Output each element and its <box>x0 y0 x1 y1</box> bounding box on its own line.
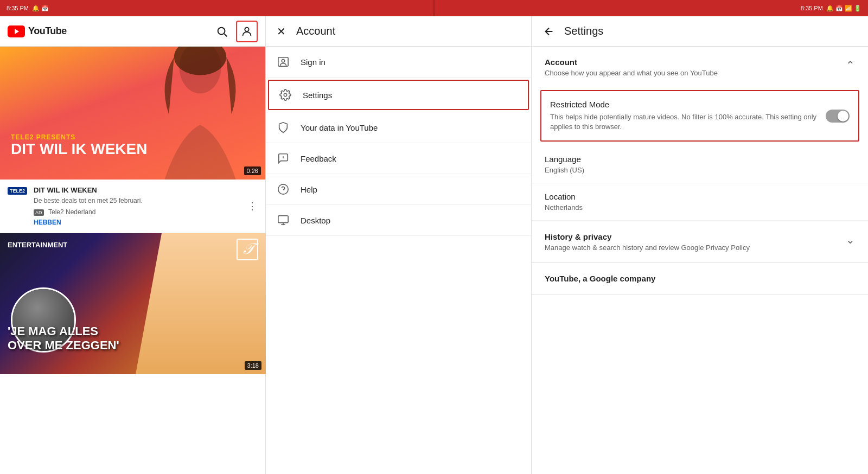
restricted-mode-desc: This helps hide potentially mature video… <box>550 112 817 132</box>
second-video-duration: 3:18 <box>245 361 261 370</box>
video-title-small: TELE2 PRESENTS <box>11 133 147 141</box>
youtube-logo-text: YouTube <box>28 25 67 37</box>
desktop-icon <box>277 214 290 227</box>
sign-in-label: Sign in <box>301 57 326 67</box>
account-chevron-up-icon: ⌃ <box>846 59 855 72</box>
restricted-mode-content: Restricted Mode This helps hide potentia… <box>550 100 826 132</box>
account-section-text: Account Choose how you appear and what y… <box>545 57 718 77</box>
account-section-subtitle: Choose how you appear and what you see o… <box>545 69 718 77</box>
location-row[interactable]: Location Netherlands <box>532 183 868 221</box>
left-panel: YouTube <box>0 16 266 474</box>
video-text-overlay: TELE2 PRESENTS DIT WIL IK WEKEN <box>11 133 147 158</box>
status-time-left: 8:35 PM <box>7 5 29 11</box>
svg-rect-14 <box>278 216 288 223</box>
search-icon[interactable] <box>215 25 228 38</box>
menu-item-feedback[interactable]: Feedback <box>266 143 531 174</box>
main-layout: YouTube <box>0 16 868 474</box>
history-section: History & privacy Manage watch & search … <box>532 221 868 263</box>
account-section-header[interactable]: Account Choose how you appear and what y… <box>532 47 868 86</box>
history-subtitle: Manage watch & search history and review… <box>545 244 750 252</box>
language-label: Language <box>545 155 855 164</box>
featured-video[interactable]: TELE2 PRESENTS DIT WIL IK WEKEN 0:26 <box>0 47 265 180</box>
video-info: DIT WIL IK WEKEN De beste deals tot en m… <box>34 186 240 226</box>
youtube-company-row: YouTube, a Google company <box>532 263 868 294</box>
status-time-right: 8:35 PM <box>801 5 823 11</box>
svg-point-4 <box>245 27 248 31</box>
video-card-title: DIT WIL IK WEKEN <box>34 186 240 195</box>
youtube-header: YouTube <box>0 16 265 47</box>
featured-video-bg <box>0 47 265 180</box>
svg-point-9 <box>284 93 287 97</box>
channel-name: Tele2 Nederland <box>48 208 95 216</box>
t-logo: 𝒯 <box>237 239 258 260</box>
desktop-label: Desktop <box>301 216 330 225</box>
language-row[interactable]: Language English (US) <box>532 146 868 183</box>
history-section-text: History & privacy Manage watch & search … <box>545 232 750 252</box>
account-section: Account Choose how you appear and what y… <box>532 47 868 221</box>
featured-video-duration: 0:26 <box>244 166 261 175</box>
settings-label: Settings <box>303 91 332 100</box>
ad-badge: AD <box>34 209 44 216</box>
video-card-meta: De beste deals tot en met 25 februari. <box>34 197 240 204</box>
menu-item-settings[interactable]: Settings <box>268 80 529 110</box>
video-card[interactable]: TELE2 DIT WIL IK WEKEN De beste deals to… <box>0 180 265 233</box>
account-title: Account <box>296 25 335 37</box>
restricted-mode-row[interactable]: Restricted Mode This helps hide potentia… <box>540 90 859 142</box>
svg-point-12 <box>278 184 288 194</box>
status-bar-left: 8:35 PM 🔔 📅 <box>0 0 433 16</box>
second-video-thumbnail[interactable]: ENTERTAINMENT 𝒯 'JE MAG ALLES OVER ME ZE… <box>0 233 266 374</box>
history-title: History & privacy <box>545 232 750 241</box>
person-silhouette <box>151 47 249 180</box>
status-icons-left: 🔔 📅 <box>32 5 49 12</box>
svg-point-2 <box>218 27 225 34</box>
settings-header: Settings <box>532 16 868 47</box>
your-data-icon <box>277 121 290 134</box>
youtube-company-text: YouTube, a Google company <box>545 274 855 283</box>
video-title-large: DIT WIL IK WEKEN <box>11 141 147 158</box>
help-label: Help <box>301 185 317 194</box>
hebben-link[interactable]: HEBBEN <box>34 219 240 226</box>
history-chevron-down-icon: ⌄ <box>846 233 855 246</box>
more-options-icon[interactable]: ⋮ <box>247 186 258 226</box>
youtube-header-icons <box>215 21 258 42</box>
language-value: English (US) <box>545 166 855 174</box>
toggle-thumb <box>838 111 848 121</box>
status-bar: 8:35 PM 🔔 📅 8:35 PM 🔔 📅 📶 🔋 <box>0 0 868 16</box>
svg-point-8 <box>282 59 285 62</box>
feedback-label: Feedback <box>301 154 336 163</box>
second-video-overlay: 'JE MAG ALLES OVER ME ZEGGEN' <box>8 324 119 353</box>
close-button[interactable]: ✕ <box>275 25 288 38</box>
menu-item-your-data[interactable]: Your data in YouTube <box>266 112 531 143</box>
history-section-header[interactable]: History & privacy Manage watch & search … <box>532 221 868 262</box>
status-bar-right: 8:35 PM 🔔 📅 📶 🔋 <box>435 0 868 16</box>
settings-title: Settings <box>564 25 603 37</box>
youtube-logo: YouTube <box>8 25 215 37</box>
status-icons-right: 🔔 📅 📶 🔋 <box>826 5 861 12</box>
right-panel: Settings Account Choose how you appear a… <box>532 16 868 474</box>
account-header: ✕ Account <box>266 16 531 47</box>
account-button[interactable] <box>236 21 258 42</box>
restricted-mode-title: Restricted Mode <box>550 100 817 109</box>
tele2-logo: TELE2 <box>8 187 27 195</box>
help-icon <box>277 183 290 196</box>
middle-panel: ✕ Account Sign in Settings <box>266 16 532 474</box>
menu-item-desktop[interactable]: Desktop <box>266 205 531 236</box>
back-button[interactable] <box>542 25 556 38</box>
your-data-label: Your data in YouTube <box>301 123 378 132</box>
account-section-title: Account <box>545 57 718 67</box>
svg-rect-7 <box>278 57 288 67</box>
settings-content: Account Choose how you appear and what y… <box>532 47 868 474</box>
second-video-title-line1: 'JE MAG ALLES <box>8 324 119 338</box>
channel-avatar: TELE2 <box>8 186 27 197</box>
menu-item-help[interactable]: Help <box>266 174 531 205</box>
youtube-logo-icon <box>8 25 25 37</box>
menu-item-sign-in[interactable]: Sign in <box>266 47 531 78</box>
restricted-mode-toggle[interactable] <box>826 110 850 123</box>
second-video-title-line2: OVER ME ZEGGEN' <box>8 338 119 353</box>
location-value: Netherlands <box>545 203 855 212</box>
feedback-icon <box>277 152 290 165</box>
location-label: Location <box>545 192 855 201</box>
svg-line-3 <box>224 34 227 36</box>
settings-icon <box>279 88 292 101</box>
sign-in-icon <box>277 55 290 68</box>
